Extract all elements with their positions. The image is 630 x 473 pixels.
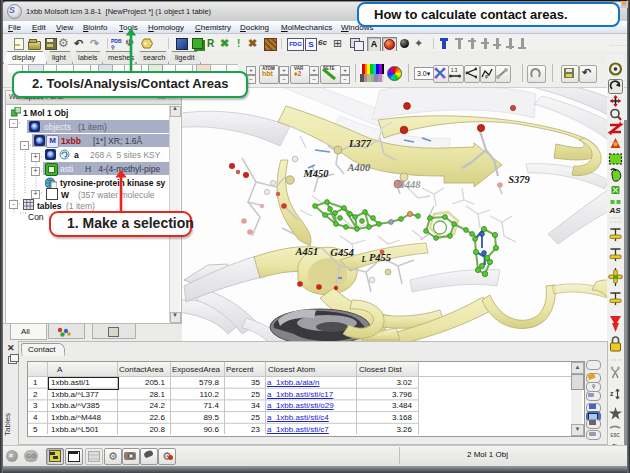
svg-text:P455: P455	[369, 252, 391, 263]
svg-text:ESC: ESC	[611, 433, 621, 438]
svg-text:M450: M450	[302, 168, 329, 179]
svg-text:1.3: 1.3	[451, 68, 458, 73]
svg-text:L: L	[361, 255, 367, 264]
svg-text:M448: M448	[394, 179, 421, 190]
svg-text:S379: S379	[508, 174, 530, 185]
svg-text:G454: G454	[330, 247, 353, 258]
svg-text:A400: A400	[347, 162, 372, 173]
svg-text:A451: A451	[295, 246, 319, 257]
svg-text:AS: AS	[609, 206, 622, 215]
svg-text:z: z	[610, 390, 614, 397]
svg-text:L377: L377	[348, 138, 372, 149]
